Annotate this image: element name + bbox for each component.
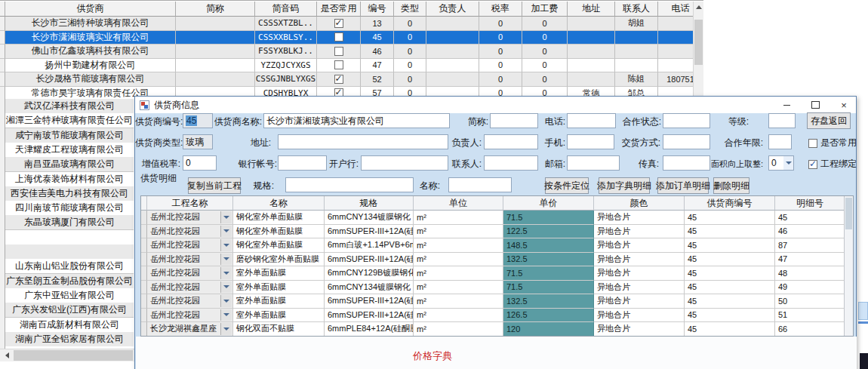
detail-row[interactable]: 岳州北控花园室外单面贴膜6mmCNY134镀膜钢化m²71.5异地合片4549 [141,281,845,295]
list-item[interactable] [5,244,134,260]
list-item[interactable]: 广东坚朗五金制品股份有限公司 [5,274,134,289]
bank-name-input[interactable] [361,155,448,171]
list-item[interactable] [5,230,134,245]
minimize-button[interactable] [780,99,793,111]
list-item[interactable]: 西安佳吉美电力科技有限公司 [5,186,134,201]
often-used-checkbox[interactable]: 是否常用 [808,137,857,149]
manager-input[interactable] [484,134,538,149]
project-combo[interactable]: 岳州北控花园 [147,211,233,225]
list-item[interactable]: 湖南广亚全铝家居有限公司 [5,332,134,347]
list-item[interactable]: 武汉亿泽科技有限公司 [5,99,134,114]
project-combo[interactable]: 岳州北控花园 [147,294,233,309]
is-common-checkbox[interactable] [317,17,361,31]
list-item[interactable]: 湘潭三金特种玻璃有限责任公司 [5,113,134,128]
address-input[interactable] [278,134,448,149]
copy-current-project-button[interactable]: 复制当前工程 [188,177,241,194]
corner-cell [0,2,5,17]
list-item[interactable]: 咸宁南玻节能玻璃有限公司 [5,128,134,143]
detail-row[interactable]: 岳州北控花园磨砂钢化室外单面贴膜6mmSUPER-III+12A(硅...m²1… [141,253,845,267]
project-combo[interactable]: 岳州北控花园 [147,266,233,281]
grade-input[interactable] [768,113,796,128]
vat-rate-input[interactable]: 0 [183,155,217,171]
scrollbar-thumb[interactable] [14,350,133,361]
table-row[interactable]: 长沙晟格节能玻璃有限公司CSSGJNBLYXGS52000陈姐180751 [0,72,703,87]
column-header: 是否常用 [317,2,361,17]
project-combo[interactable]: 岳州北控花园 [147,238,233,253]
table-row[interactable]: 扬州中勤建材有限公司YZZQJCYXGS47000 [0,59,703,73]
bank-account-label: 银行帐号: [233,156,277,171]
list-item[interactable]: 上海优泰装饰材料有限公司 [5,172,134,187]
is-common-checkbox[interactable] [317,31,361,45]
detail-row[interactable]: 岳州北控花园室外单面贴膜6mmSUPER-III+12A(硅...m²126.5… [141,309,845,323]
area-round-up-combo[interactable]: 0 [768,155,794,171]
add-dictionary-detail-button[interactable]: 添加字典明细 [599,177,650,194]
project-combo[interactable]: 长沙龙湖祺鑫星座 [147,322,233,337]
list-item[interactable]: 四川南玻节能玻璃有限公司 [5,201,134,216]
column-header: 简音码 [255,2,317,17]
is-common-checkbox[interactable] [317,45,361,59]
cell [176,59,255,73]
mobile-input[interactable] [567,134,614,149]
detail-row[interactable]: 岳州北控花园钢化室外单面贴膜6mm白玻+1.14PVB+6mm...m²148.… [141,238,845,253]
bank-account-input[interactable] [278,155,327,171]
list-item[interactable]: 东晶玻璃厦门有限公司 [5,215,134,230]
table-row[interactable]: 佛山市亿鑫玻璃科技有限公司FSSYXBLKJ..46000 [0,45,703,59]
selected-text: 45 [186,115,197,126]
row-header-cell [141,309,147,323]
delete-detail-button[interactable]: 删除明细 [713,177,749,194]
detail-grid-scrollbar[interactable] [844,196,853,336]
scroll-up-button[interactable] [694,2,703,13]
name-filter-input[interactable] [448,177,512,192]
supplier-type-input[interactable]: 玻璃 [183,134,213,149]
scroll-up-icon [696,5,702,9]
table-row[interactable]: 长沙市三湘特种玻璃有限公司CSSSXTZBL..13000胡姐 [0,17,703,31]
detail-row[interactable]: 岳州北控花园室外单面贴膜6mmSUPER-III+12A(硅...m²132.5… [141,294,845,309]
is-common-checkbox[interactable] [317,59,361,73]
contact-input[interactable] [484,155,538,171]
supplier-name-input[interactable]: 长沙市潇湘玻璃实业有限公司 [263,113,450,128]
phone-input[interactable] [567,113,616,128]
project-combo[interactable]: 岳州北控花园 [147,281,233,295]
scrollbar-thumb[interactable] [694,20,703,65]
locate-by-condition-button[interactable]: 按条件定位 [545,177,589,194]
coop-years-input[interactable] [768,134,792,149]
detail-row[interactable]: 岳州北控花园钢化室外单面贴膜6mmCNY134镀膜钢化m²71.5异地合片454… [141,211,845,225]
suppliers-vertical-scrollbar[interactable] [693,2,703,97]
list-item[interactable]: 山东南山铝业股份有限公司 [5,259,134,274]
close-button[interactable]: × [838,99,850,111]
list-item[interactable]: 广东兴发铝业(江西)有限公司 [5,303,134,318]
delivery-method-input[interactable] [663,134,710,149]
suppliers-horizontal-scrollbar[interactable] [0,349,134,361]
list-item[interactable]: 天津耀皮工程玻璃有限公司 [5,143,134,158]
price-cell: 132.5 [503,253,594,267]
suppliers-table: 供货商简称简音码是否常用编号类型负责人税率加工费地址联系人电话 长沙市三湘特种玻… [0,0,703,97]
add-order-detail-button[interactable]: 添加订单明细 [657,177,709,194]
dialog-titlebar[interactable]: 供货商信息 × [135,97,856,113]
project-combo[interactable]: 岳州北控花园 [147,253,233,267]
checkbox-icon [334,47,343,56]
project-bind-checkbox[interactable]: 工程绑定 [808,158,857,171]
supplier-no-input[interactable]: 45 [183,113,213,128]
table-row[interactable]: 长沙市潇湘玻璃实业有限公司CSSXXBLSY..45000 [0,31,703,45]
cell [568,45,615,59]
scrollbar-thumb[interactable] [845,198,852,229]
detail-row[interactable]: 岳州北控花园钢化室外单面贴膜6mmSUPER-III+12A(硅...m²122… [141,225,845,239]
detail-row[interactable]: 长沙龙湖祺鑫星座钢化双面不贴膜6mmPLE84+12A(硅酮胶...m²120异… [141,322,845,337]
is-common-checkbox[interactable] [317,72,361,87]
email-input[interactable] [567,155,620,171]
supplier-name-label: 供货商名称: [211,114,262,129]
project-combo[interactable]: 岳州北控花园 [147,309,233,323]
list-item[interactable]: 广东中亚铝业有限公司 [5,288,134,303]
column-header: 税率 [479,2,522,17]
maximize-button[interactable] [809,99,821,111]
column-header: 编号 [361,2,394,17]
project-combo[interactable]: 岳州北控花园 [147,225,233,239]
detail-row[interactable]: 岳州北控花园室外单面贴膜6mmCNY129B镀膜钢化m²71.5异地合片4548 [141,266,845,281]
short-name-input[interactable] [490,113,538,128]
spec-filter-input[interactable] [285,177,414,192]
coop-status-input[interactable] [663,113,710,128]
scroll-left-button[interactable] [2,350,13,361]
save-return-button[interactable]: 存盘返回 [807,112,851,129]
list-item[interactable]: 南昌亚晶玻璃有限公司 [5,157,134,172]
list-item[interactable]: 湖南百成新材料有限公司 [5,318,134,333]
